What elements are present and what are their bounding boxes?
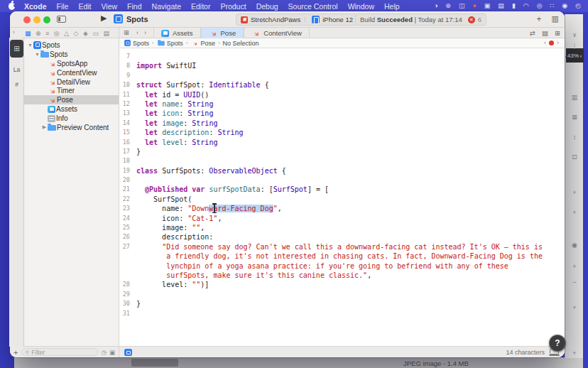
code-line[interactable]: lynchpin of a yoga asana practice: if yo… <box>119 261 565 271</box>
spotlight-icon[interactable]: ◎ <box>537 0 543 12</box>
navigator-item-spotsapp[interactable]: SpotsApp <box>10 59 119 68</box>
record-dot-icon[interactable]: ● <box>472 0 476 12</box>
swap-editor-icon[interactable]: ⇄ <box>530 29 535 37</box>
find-navigator-icon[interactable]: ◎ <box>54 30 60 37</box>
code-line[interactable]: a friendly dog, it's not interested in c… <box>119 251 565 261</box>
scheme-selector[interactable]: StretchAndPaws 〉 iPhone 12 <box>236 13 358 26</box>
report-navigator-icon[interactable]: ▤ <box>103 30 109 37</box>
library-add-button[interactable]: + <box>537 14 542 24</box>
background-strip-icon[interactable]: ▥ <box>565 94 584 101</box>
issue-navigator-icon[interactable]: △ <box>64 30 69 37</box>
jump-bar[interactable]: Spots›Spots›Pose›No Selection ‹ › <box>119 38 565 48</box>
settings-icon[interactable]: ⊛ <box>445 0 451 12</box>
test-navigator-icon[interactable]: ◇ <box>74 30 79 37</box>
tab-contentview[interactable]: ContentView <box>244 28 310 38</box>
code-line[interactable]: 7 <box>119 52 565 61</box>
battery-icon[interactable]: ▮ <box>512 0 516 12</box>
navigator-item-assets[interactable]: Assets <box>10 104 119 114</box>
tab-assets[interactable]: Assets <box>153 28 201 38</box>
menu-item-file[interactable]: File <box>52 2 74 11</box>
disclosure-triangle-icon[interactable]: ▶ <box>41 124 48 130</box>
code-line[interactable]: 10struct SurfSpot: Identifiable { <box>119 80 565 90</box>
navigator-item-preview-content[interactable]: ▶Preview Content <box>10 123 119 132</box>
background-strip-icon[interactable]: ↕ <box>565 134 584 141</box>
source-control-navigator-icon[interactable]: ⊗ <box>36 30 41 37</box>
editor-list-icon[interactable]: ▤ <box>542 29 548 37</box>
add-file-button[interactable]: + <box>13 348 18 357</box>
code-editor[interactable]: 78import SwiftUI910struct SurfSpot: Iden… <box>119 48 565 346</box>
recent-files-icon[interactable]: ◷ <box>102 349 107 356</box>
code-line[interactable]: 8import SwiftUI <box>119 61 565 70</box>
issue-back-icon[interactable]: ‹ <box>544 39 546 46</box>
menu-item-window[interactable]: Window <box>343 2 379 11</box>
split-editor-icon[interactable]: ⊞ <box>555 29 560 37</box>
apple-menu-icon[interactable] <box>9 3 15 10</box>
palette-tool-icon[interactable]: ⊞ <box>10 40 23 58</box>
background-strip-icon[interactable]: + <box>565 304 584 311</box>
issue-forward-icon[interactable]: › <box>557 39 559 46</box>
code-line[interactable]: 29 <box>119 290 565 299</box>
navigator-item-detailview[interactable]: DetailView <box>10 77 119 87</box>
background-strip-icon[interactable]: + <box>565 350 584 357</box>
code-line[interactable]: 24 icon: "Cat-1", <box>119 214 565 223</box>
navigator-item-spots[interactable]: ▼Spots <box>10 40 119 50</box>
disclosure-triangle-icon[interactable]: ▼ <box>34 52 40 57</box>
background-strip-icon[interactable]: − <box>565 278 584 286</box>
project-navigator-icon[interactable]: ▦ <box>25 30 31 37</box>
tab-forward-icon[interactable]: › <box>144 28 146 36</box>
siri-icon[interactable]: ◉ <box>562 0 567 12</box>
background-strip-icon[interactable]: ⋮ <box>565 43 584 50</box>
navigator-item-spots[interactable]: ▼Spots <box>10 50 119 59</box>
code-line[interactable]: 15 let description: String <box>119 128 565 137</box>
line-indicator-icon[interactable] <box>124 349 132 356</box>
jumpbar-segment-pose[interactable]: Pose <box>190 39 215 47</box>
code-line[interactable]: 26 description: <box>119 232 565 242</box>
breakpoint-navigator-icon[interactable]: ▭ <box>92 30 99 37</box>
menu-item-edit[interactable]: Edit <box>73 2 96 11</box>
close-button[interactable] <box>23 16 31 23</box>
jumpbar-segment-no-selection[interactable]: No Selection <box>223 40 259 47</box>
code-line[interactable]: 23 name: "Downward-Facing Dog", <box>119 204 565 213</box>
code-line[interactable]: 21 @Published var surfSpotData: [SurfSpo… <box>119 185 565 194</box>
navigator-item-pose[interactable]: Pose <box>10 95 119 104</box>
back-arrow-icon[interactable]: ‹ <box>13 28 15 36</box>
code-line[interactable]: 19class SurfSpots: ObservableObject { <box>119 166 565 175</box>
code-line[interactable]: 31 <box>119 309 565 318</box>
control-center-icon[interactable]: ∷ <box>550 0 555 12</box>
tab-overview-icon[interactable]: ⊞ <box>124 28 129 36</box>
menu-item-help[interactable]: Help <box>379 2 405 11</box>
wifi-icon[interactable]: ◠ <box>523 0 529 12</box>
editor-layout-button[interactable]: ▥ <box>552 14 559 24</box>
code-line[interactable]: 16 let level: String <box>119 138 565 147</box>
background-strip-icon[interactable]: + <box>565 189 584 196</box>
toggle-navigator-icon[interactable] <box>57 16 66 23</box>
code-line[interactable]: 11 let id = UUID() <box>119 90 565 99</box>
code-line[interactable]: surfSpots, make sure it's this canine cl… <box>119 271 565 280</box>
background-strip-icon[interactable]: ⊠ <box>565 114 584 121</box>
background-tab[interactable] <box>131 359 178 367</box>
code-line[interactable]: 18 <box>119 156 565 166</box>
navigator-item-contentview[interactable]: ContentView <box>10 68 119 77</box>
help-button[interactable]: ? <box>549 335 566 352</box>
code-line[interactable]: 30} <box>119 299 565 308</box>
debug-navigator-icon[interactable]: ◈ <box>83 30 88 37</box>
menu-item-xcode[interactable]: Xcode <box>18 2 52 11</box>
code-line[interactable]: 22 SurfSpot( <box>119 195 565 204</box>
jumpbar-segment-spots[interactable]: Spots <box>157 40 183 47</box>
menu-item-find[interactable]: Find <box>122 2 146 11</box>
tab-back-icon[interactable]: ‹ <box>136 28 138 36</box>
menu-item-navigate[interactable]: Navigate <box>147 2 186 11</box>
navigator-item-info[interactable]: Info <box>10 114 119 123</box>
background-strip-icon[interactable]: ∨ <box>565 31 584 38</box>
symbol-navigator-icon[interactable]: ≡ <box>45 30 49 37</box>
user-status-icon[interactable]: ◑ <box>434 0 437 12</box>
code-line[interactable]: 13 let icon: String <box>119 109 565 118</box>
background-strip-icon[interactable]: ◉ <box>565 242 584 249</box>
clock-icon[interactable]: ◴ <box>575 0 581 12</box>
tab-pose[interactable]: Pose <box>201 28 244 38</box>
downloads-icon[interactable]: ◫ <box>459 0 465 12</box>
minimize-button[interactable] <box>33 16 40 23</box>
code-line[interactable]: 9 <box>119 71 565 80</box>
jumpbar-segment-spots[interactable]: Spots <box>124 39 149 47</box>
menu-item-product[interactable]: Product <box>215 2 251 11</box>
